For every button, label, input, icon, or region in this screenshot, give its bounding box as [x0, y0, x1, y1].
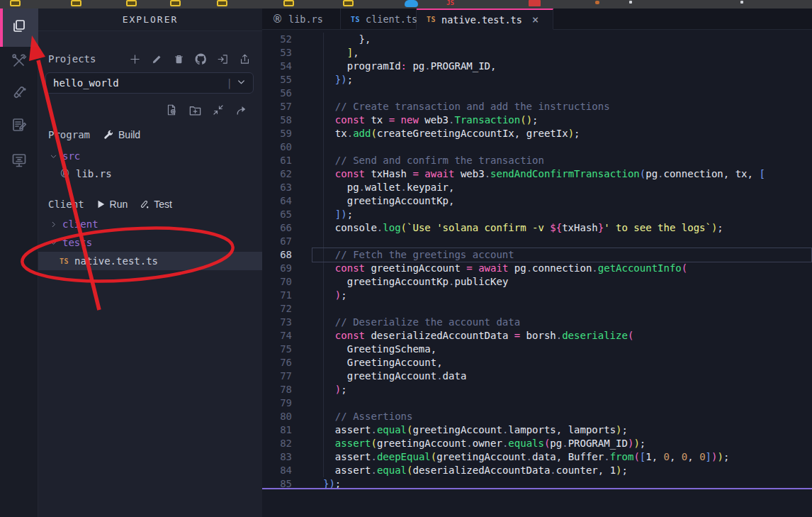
- chevron-down-icon: [48, 152, 58, 160]
- activity-bar: [0, 9, 38, 517]
- line-number: 84: [262, 464, 292, 477]
- bookmark-folder-icon[interactable]: [126, 0, 137, 6]
- collapse-folders-button[interactable]: [210, 102, 226, 118]
- line-number: 63: [262, 181, 292, 194]
- bookmark-whitedot-icon[interactable]: [740, 1, 743, 4]
- code-line-71: 71 );: [262, 289, 812, 302]
- bookmark-redtext-icon[interactable]: JS: [446, 0, 458, 6]
- code-line-78: 78 );: [262, 383, 812, 396]
- share-button[interactable]: [234, 102, 249, 118]
- build-label: Build: [118, 129, 140, 140]
- activity-test-button[interactable]: [0, 79, 38, 110]
- tab-clientts[interactable]: TS client.ts: [341, 9, 417, 30]
- tools-icon: [11, 52, 28, 72]
- chevron-down-icon: [48, 239, 58, 247]
- activity-build-button[interactable]: [0, 47, 38, 78]
- plus-icon: [129, 53, 141, 65]
- new-project-button[interactable]: [127, 51, 142, 67]
- bookmark-orangedot-icon[interactable]: [595, 1, 599, 4]
- rename-project-button[interactable]: [149, 51, 164, 67]
- github-button[interactable]: [193, 51, 208, 67]
- bookmark-folder-icon[interactable]: [10, 0, 21, 6]
- tab-librs[interactable]: ® lib.rs: [262, 9, 341, 30]
- code-line-76: 76 GreetingAccount,: [262, 356, 812, 369]
- code-editor[interactable]: 52 },53 ],54 programId: pg.PROGRAM_ID,55…: [262, 30, 812, 488]
- new-file-button[interactable]: [164, 102, 179, 118]
- activity-explorer-button[interactable]: [0, 9, 38, 47]
- code-line-80: 80 // Assertions: [262, 410, 812, 423]
- line-number: 52: [262, 33, 292, 46]
- tree-file-librs[interactable]: ® lib.rs: [38, 165, 262, 182]
- code-line-69: 69 const greetingAccount = await pg.conn…: [262, 262, 812, 275]
- folder-name: src: [62, 150, 80, 162]
- line-number: 60: [262, 140, 292, 154]
- code-line-52: 52 },: [262, 33, 812, 46]
- delete-project-button[interactable]: [171, 51, 186, 67]
- monitor-list-icon: [11, 152, 28, 172]
- tab-native-test[interactable]: TS native.test.ts ×: [417, 9, 553, 30]
- bookmark-folder-icon[interactable]: [343, 0, 354, 6]
- line-number: 55: [262, 73, 292, 87]
- upload-icon: [239, 53, 251, 65]
- code-line-55: 55 });: [262, 73, 812, 87]
- folder-name: tests: [62, 237, 92, 248]
- bookmark-folder-icon[interactable]: [283, 0, 294, 6]
- activity-programs-button[interactable]: [0, 146, 38, 177]
- client-label: Client: [48, 199, 84, 210]
- line-number: 76: [262, 356, 292, 369]
- project-select[interactable]: hello_world |: [45, 72, 254, 94]
- code-line-59: 59 tx.add(createGreetingAccountIx, greet…: [262, 127, 812, 140]
- activity-tutorials-button[interactable]: [0, 111, 38, 142]
- file-name: native.test.ts: [74, 255, 158, 267]
- code-line-84: 84 assert.equal(deserializedAccountData.…: [262, 464, 812, 477]
- tree-folder-tests[interactable]: tests: [38, 234, 262, 251]
- github-icon: [194, 52, 208, 66]
- client-section: Client Run Test: [38, 196, 262, 213]
- share-arrow-icon: [235, 104, 249, 117]
- line-number: 85: [262, 477, 292, 488]
- bookmark-redblock-icon[interactable]: [529, 0, 541, 6]
- code-line-82: 82 assert(greetingAccount.owner.equals(p…: [262, 437, 812, 450]
- line-number: 59: [262, 127, 292, 140]
- code-line-67: 67: [262, 235, 812, 248]
- files-toolbar: [38, 99, 262, 121]
- tree-folder-src[interactable]: src: [38, 148, 262, 165]
- line-number: 62: [262, 167, 292, 181]
- typescript-icon: TS: [60, 257, 69, 265]
- chevron-down-icon: [237, 77, 246, 89]
- trash-icon: [173, 53, 185, 65]
- tab-label: lib.rs: [288, 13, 323, 25]
- code-line-70: 70 greetingAccountKp.publicKey: [262, 275, 812, 289]
- code-line-61: 61 // Send and confirm the transaction: [262, 154, 812, 167]
- explorer-header: EXPLORER: [38, 9, 262, 31]
- close-tab-icon[interactable]: ×: [532, 14, 539, 26]
- line-number: 82: [262, 437, 292, 450]
- line-number: 69: [262, 262, 292, 275]
- bookmark-folder-icon[interactable]: [170, 0, 181, 6]
- tree-folder-client[interactable]: client: [38, 216, 262, 233]
- bookmark-blue-icon[interactable]: [405, 0, 418, 7]
- new-folder-button[interactable]: [187, 102, 203, 118]
- test-button[interactable]: Test: [139, 199, 172, 210]
- select-separator: |: [227, 77, 232, 89]
- file-name: lib.rs: [76, 168, 112, 179]
- typescript-icon: TS: [427, 16, 436, 23]
- import-project-button[interactable]: [215, 51, 230, 67]
- code-line-57: 57 // Create transaction and add the ins…: [262, 100, 812, 113]
- tree-file-native-test[interactable]: TS native.test.ts: [38, 252, 262, 270]
- code-line-58: 58 const tx = new web3.Transaction();: [262, 113, 812, 127]
- code-line-83: 83 assert.deepEqual(greetingAccount.data…: [262, 450, 812, 464]
- line-number: 75: [262, 343, 292, 356]
- projects-label: Projects: [48, 53, 96, 65]
- code-line-64: 64 greetingAccountKp,: [262, 194, 812, 208]
- editor-area: ® lib.rs TS client.ts TS native.test.ts …: [262, 9, 812, 517]
- code-line-77: 77 greetingAccount.data: [262, 369, 812, 383]
- bookmark-whitedot-icon[interactable]: [629, 1, 632, 4]
- build-button[interactable]: Build: [103, 129, 140, 140]
- export-project-button[interactable]: [237, 51, 252, 67]
- code-line-73: 73 // Deserialize the account data: [262, 316, 812, 329]
- code-line-66: 66 console.log(`Use 'solana confirm -v $…: [262, 221, 812, 235]
- run-button[interactable]: Run: [96, 199, 128, 210]
- bookmark-folder-icon[interactable]: [71, 0, 81, 6]
- bookmark-folder-icon[interactable]: [217, 0, 227, 6]
